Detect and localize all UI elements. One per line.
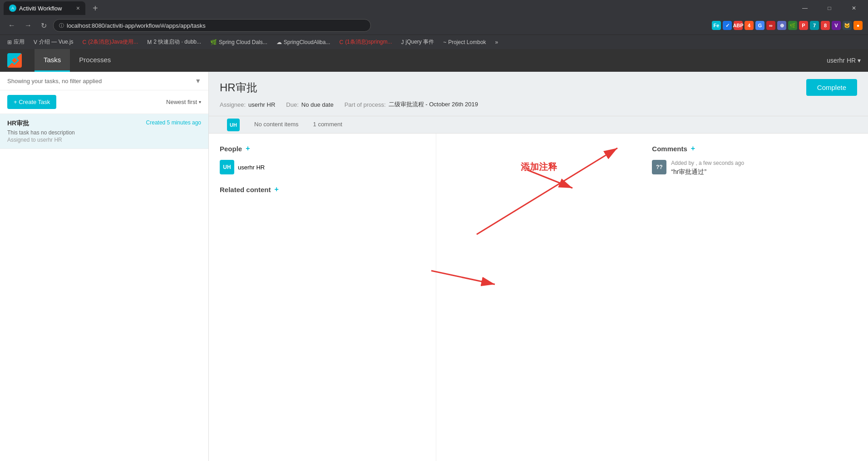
sort-icon: ▾	[199, 99, 201, 104]
assignee-label: Assignee:	[220, 101, 246, 108]
bookmark-apps[interactable]: ⊞ 应用	[4, 37, 28, 47]
browser-tab[interactable]: A Activiti Workflow ×	[4, 1, 85, 15]
bookmark-java[interactable]: C (2条消息)Java使用...	[79, 37, 142, 47]
minimize-button[interactable]: —	[794, 1, 815, 15]
ext-pdf[interactable]: P	[799, 21, 808, 30]
ext-leaf[interactable]: 🌿	[788, 21, 797, 30]
comment-avatar: ??	[652, 160, 666, 174]
process-label: Part of process:	[345, 101, 386, 108]
nav-processes[interactable]: Processes	[70, 49, 120, 72]
ext-5[interactable]: ⊕	[777, 21, 786, 30]
task-meta: Assignee: userhr HR Due: No due date Par…	[220, 100, 857, 109]
annotation-arrows	[436, 134, 641, 461]
lock-icon: ⓘ	[59, 22, 64, 29]
assignee-value: userhr HR	[248, 101, 275, 108]
bookmark-vue[interactable]: V 介绍 — Vue.js	[30, 37, 77, 47]
person-avatar: UH	[220, 160, 234, 174]
task-created: Created 5 minutes ago	[146, 119, 201, 126]
ext-last[interactable]: ●	[853, 21, 863, 30]
app-body: Showing your tasks, no filter applied ▼ …	[0, 72, 868, 461]
filter-text: Showing your tasks, no filter applied	[7, 78, 102, 84]
process-value: 二级审批流程 - October 26th 2019	[389, 100, 478, 109]
comments-add-icon[interactable]: +	[691, 144, 695, 153]
people-section: People + UH userhr HR Related content +	[209, 134, 436, 461]
sort-label: Newest first	[166, 99, 197, 105]
task-item[interactable]: HR审批 Created 5 minutes ago This task has…	[0, 114, 208, 149]
task-body: People + UH userhr HR Related content +	[209, 134, 868, 461]
comment-text: “hr审批通过”	[671, 168, 857, 176]
bookmark-alibaba[interactable]: ☁ SpringCloudAliba...	[273, 38, 334, 46]
comment-item: ?? Added by , a few seconds ago “hr审批通过”	[652, 160, 857, 176]
address-bar[interactable]: ⓘ localhost:8080/activiti-app/workflow/#…	[53, 19, 371, 32]
task-tabs: UH No content items 1 comment	[209, 116, 868, 134]
tab-comments[interactable]: 1 comment	[306, 116, 350, 133]
tab-no-content[interactable]: No content items	[247, 116, 306, 133]
sort-control[interactable]: Newest first ▾	[166, 99, 201, 105]
comments-title: Comments	[652, 145, 687, 153]
sidebar-toolbar: + Create Task Newest first ▾	[0, 90, 208, 114]
person-name: userhr HR	[238, 164, 265, 171]
bookmark-dubbo[interactable]: M 2 快速启动 · dubb...	[143, 37, 205, 47]
task-list: HR审批 Created 5 minutes ago This task has…	[0, 114, 208, 461]
task-avatar: UH	[227, 119, 240, 131]
back-button[interactable]: ←	[5, 20, 18, 31]
comments-section: Comments + ?? Added by , a few seconds a…	[641, 134, 868, 461]
app-header: Tasks Processes userhr HR ▾	[0, 49, 868, 72]
task-detail-title: HR审批	[220, 80, 257, 95]
related-content-section: Related content +	[220, 185, 425, 193]
address-text: localhost:8080/activiti-app/workflow/#/a…	[67, 22, 206, 29]
task-description: This task has no description	[7, 129, 201, 136]
bookmark-lombok[interactable]: ~ Project Lombok	[439, 38, 489, 46]
close-button[interactable]: ✕	[843, 1, 864, 15]
related-content-add-icon[interactable]: +	[275, 185, 279, 193]
ext-8[interactable]: 8	[821, 21, 830, 30]
ext-v[interactable]: V	[832, 21, 841, 30]
comment-body: Added by , a few seconds ago “hr审批通过”	[671, 160, 857, 176]
tab-title: Activiti Workflow	[19, 5, 62, 12]
bookmark-springm[interactable]: C (1条消息)springm...	[335, 37, 395, 47]
ext-inf[interactable]: ∞	[766, 21, 775, 30]
related-content-title: Related content	[220, 186, 271, 193]
new-tab-button[interactable]: +	[89, 3, 102, 14]
app-logo	[7, 53, 22, 68]
create-task-button[interactable]: + Create Task	[7, 95, 56, 109]
maximize-button[interactable]: □	[819, 1, 840, 15]
complete-button[interactable]: Complete	[806, 79, 857, 96]
app-user-menu[interactable]: userhr HR ▾	[827, 57, 861, 64]
ext-cat[interactable]: 🐱	[843, 21, 852, 30]
extension-icons: Fe ✓ ABP 4 G ∞ ⊕ 🌿 P 7 8 V 🐱 ●	[712, 21, 863, 30]
due-label: Due:	[286, 101, 298, 108]
nav-tasks[interactable]: Tasks	[35, 49, 70, 72]
app-nav: Tasks Processes	[35, 49, 120, 72]
ext-fe[interactable]: Fe	[712, 21, 721, 30]
main-content: HR审批 Complete Assignee: userhr HR Due: N…	[209, 72, 868, 461]
ext-check[interactable]: ✓	[723, 21, 732, 30]
task-title: HR审批	[7, 119, 29, 128]
person-chip: UH userhr HR	[220, 160, 425, 174]
comment-meta: Added by , a few seconds ago	[671, 160, 857, 166]
reload-button[interactable]: ↻	[38, 20, 49, 32]
bookmarks-bar: ⊞ 应用 V 介绍 — Vue.js C (2条消息)Java使用... M 2…	[0, 35, 868, 49]
sidebar: Showing your tasks, no filter applied ▼ …	[0, 72, 209, 461]
filter-icon[interactable]: ▼	[195, 77, 201, 84]
ext-4[interactable]: 4	[745, 21, 754, 30]
people-title: People	[220, 145, 242, 153]
task-assigned: Assigned to userhr HR	[7, 137, 201, 143]
ext-g[interactable]: G	[755, 21, 764, 30]
people-add-icon[interactable]: +	[246, 144, 250, 153]
forward-button[interactable]: →	[22, 20, 35, 31]
bookmark-jquery[interactable]: J jQuery 事件	[397, 37, 438, 47]
bookmark-more[interactable]: »	[492, 38, 502, 46]
ext-abp[interactable]: ABP	[734, 21, 743, 30]
annotation-area: 添加注释	[436, 134, 641, 461]
bookmark-spring[interactable]: 🌿 Spring Cloud Dals...	[207, 38, 271, 46]
task-detail-header: HR审批 Complete Assignee: userhr HR Due: N…	[209, 72, 868, 116]
annotation-text: 添加注释	[521, 161, 557, 173]
avatar-badge: UH	[220, 116, 247, 133]
tab-close-icon[interactable]: ×	[76, 5, 80, 12]
tab-favicon: A	[9, 5, 16, 12]
ext-7[interactable]: 7	[810, 21, 819, 30]
due-value: No due date	[301, 101, 334, 108]
sidebar-header: Showing your tasks, no filter applied ▼	[0, 72, 208, 90]
